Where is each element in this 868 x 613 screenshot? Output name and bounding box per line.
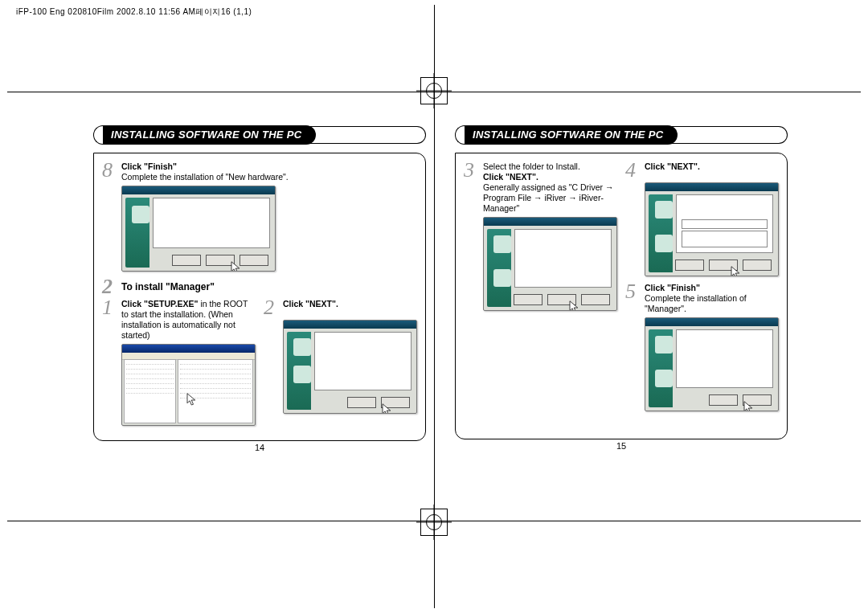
step-bold: Click "NEXT". xyxy=(483,172,538,182)
step-bold: Click "Finish" xyxy=(121,161,177,171)
section-title-bar: INSTALLING SOFTWARE ON THE PC xyxy=(455,125,788,145)
content-panel: 8 Click "Finish" Complete the installati… xyxy=(93,153,426,441)
section-title-bar: INSTALLING SOFTWARE ON THE PC xyxy=(93,125,426,145)
section-title: INSTALLING SOFTWARE ON THE PC xyxy=(103,125,316,145)
step-3: 3 Select the folder to Install. Click "N… xyxy=(464,161,617,214)
registration-mark-bottom xyxy=(420,509,448,536)
step-2: 2 Click "NEXT". xyxy=(264,299,417,317)
screenshot-next-1 xyxy=(283,320,417,414)
step-number: 3 xyxy=(464,161,478,214)
step-number: 8 xyxy=(102,161,117,182)
screenshot-finish-manager xyxy=(645,317,779,411)
cursor-icon xyxy=(729,266,741,276)
step-text: Select the folder to Install. xyxy=(483,161,580,171)
page-right: INSTALLING SOFTWARE ON THE PC 3 Select t… xyxy=(440,109,802,460)
step-bold: Click "SETUP.EXE" xyxy=(121,299,199,309)
step-bold: Click "NEXT". xyxy=(645,161,700,171)
step-bold: Click "Finish" xyxy=(645,283,700,292)
step-text: Complete the installation of "New hardwa… xyxy=(121,172,289,182)
step-1: 1 Click "SETUP.EXE" in the ROOT to start… xyxy=(102,299,256,341)
page-number: 14 xyxy=(93,443,426,452)
subheading-install-manager: 2 To install "Manager" xyxy=(102,278,417,296)
registration-mark-top xyxy=(420,77,448,104)
page-number: 15 xyxy=(455,441,788,451)
page-left: INSTALLING SOFTWARE ON THE PC 8 Click "F… xyxy=(79,109,440,460)
screenshot-finish-hw xyxy=(121,186,276,272)
page-spread: INSTALLING SOFTWARE ON THE PC 8 Click "F… xyxy=(79,109,789,460)
step-8: 8 Click "Finish" Complete the installati… xyxy=(102,161,417,182)
cursor-icon xyxy=(185,393,197,407)
step-number: 1 xyxy=(102,299,117,341)
step-5: 5 Click "Finish" Complete the installati… xyxy=(625,283,779,314)
step-4: 4 Click "NEXT". xyxy=(625,161,779,179)
cursor-icon xyxy=(567,300,579,311)
cursor-icon xyxy=(380,403,392,414)
cursor-icon xyxy=(229,261,241,272)
step-number: 5 xyxy=(625,283,640,314)
step-text: Complete the installation of "Manager". xyxy=(645,293,747,313)
step-number: 4 xyxy=(625,161,640,179)
step-text: Generally assigned as "C Driver → Progra… xyxy=(483,182,613,213)
screenshot-program-folder xyxy=(645,182,779,276)
step-number: 2 xyxy=(264,299,278,317)
cursor-icon xyxy=(742,401,754,411)
screenshot-destination xyxy=(483,217,617,311)
content-panel: 3 Select the folder to Install. Click "N… xyxy=(455,153,788,439)
screenshot-explorer xyxy=(121,344,256,426)
step-bold: Click "NEXT". xyxy=(283,299,338,309)
section-title: INSTALLING SOFTWARE ON THE PC xyxy=(465,125,678,145)
